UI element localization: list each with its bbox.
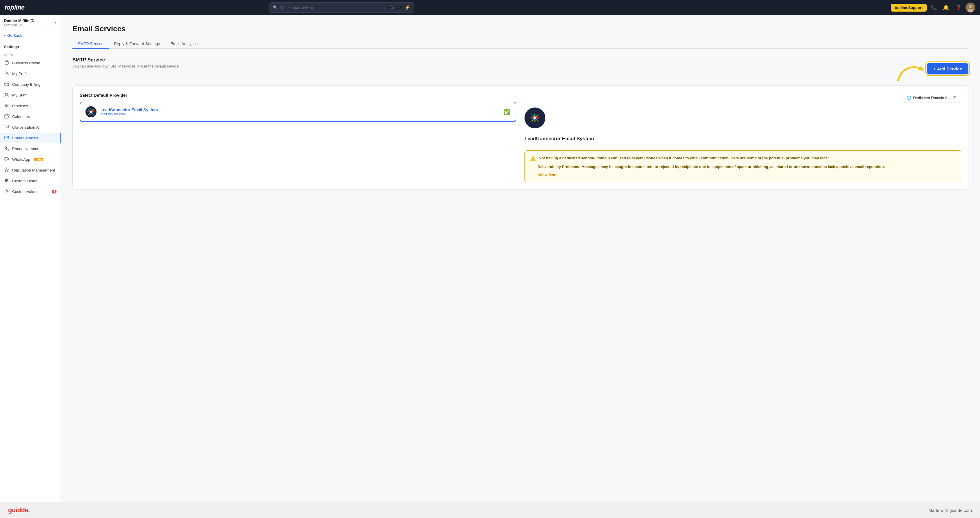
notification-badge: 6 bbox=[52, 190, 57, 194]
sidebar-item-phone-numbers[interactable]: Phone Numbers bbox=[0, 143, 60, 154]
topnav-right-controls: topline Support 📞 🔔 ❓ bbox=[891, 3, 975, 13]
email-services-icon bbox=[4, 135, 9, 141]
warning-box: ⚠️ Not having a dedicated sending domain… bbox=[525, 150, 961, 182]
sidebar-item-my-profile[interactable]: My Profile bbox=[0, 68, 60, 79]
svg-point-18 bbox=[6, 190, 8, 192]
help-icon-button[interactable]: ❓ bbox=[953, 3, 963, 13]
sidebar: Dunder Mifflin [D... Scranton, PA ▾ < Go… bbox=[0, 15, 61, 502]
provider-option-lc[interactable]: LeadConnector Email System mail.topline.… bbox=[80, 102, 516, 122]
sidebar-item-label: Custom Values bbox=[12, 189, 38, 194]
tab-email-analytics[interactable]: Email Analytics bbox=[165, 39, 203, 49]
company-billing-icon bbox=[4, 82, 9, 87]
svg-point-7 bbox=[7, 93, 8, 95]
add-service-button[interactable]: + Add Service bbox=[927, 63, 969, 75]
avatar[interactable] bbox=[966, 3, 975, 13]
search-bar[interactable]: 🔍 Ctrl + K ⚡ bbox=[269, 2, 414, 13]
workspace-name: Dunder Mifflin [D... bbox=[4, 19, 38, 23]
smtp-card: Select Default Provider bbox=[72, 86, 969, 189]
app-body: Dunder Mifflin [D... Scranton, PA ▾ < Go… bbox=[0, 15, 980, 502]
smtp-section-title: SMTP Service bbox=[72, 57, 179, 63]
my-profile-icon bbox=[4, 71, 9, 76]
sidebar-item-label: Calendars bbox=[12, 114, 30, 119]
tab-smtp-service[interactable]: SMTP Service bbox=[72, 39, 109, 49]
custom-fields-icon bbox=[4, 178, 9, 184]
smtp-two-column: Select Default Provider bbox=[80, 93, 961, 182]
sidebar-item-business-profile[interactable]: Business Profile bbox=[0, 58, 60, 68]
lc-system-title: LeadConnector Email System bbox=[525, 136, 961, 141]
svg-rect-17 bbox=[5, 181, 7, 182]
provider-check-icon: ✅ bbox=[503, 108, 511, 115]
my-staff-icon bbox=[4, 92, 9, 98]
bullet-body: Messages may be caught in spam filters o… bbox=[581, 165, 885, 169]
tabs-bar: SMTP Service Reply & Forward Settings Em… bbox=[72, 39, 969, 49]
workspace-selector[interactable]: Dunder Mifflin [D... Scranton, PA ▾ bbox=[0, 15, 60, 30]
reputation-icon bbox=[4, 167, 9, 173]
sidebar-item-label: Email Services bbox=[12, 136, 38, 140]
sidebar-item-custom-values[interactable]: Custom Values 6 bbox=[0, 186, 60, 197]
phone-numbers-icon bbox=[4, 146, 9, 151]
sidebar-item-label: Company Billing bbox=[12, 82, 41, 87]
sidebar-item-conversation-ai[interactable]: Conversation AI bbox=[0, 122, 60, 133]
svg-rect-15 bbox=[5, 179, 8, 180]
beta-badge: beta bbox=[34, 157, 43, 161]
warning-main-text: Not having a dedicated sending domain ca… bbox=[539, 155, 829, 161]
provider-email: mail.topline.com bbox=[100, 112, 158, 116]
sidebar-item-custom-fields[interactable]: Custom Fields bbox=[0, 176, 60, 186]
sidebar-item-reputation-management[interactable]: Reputation Management bbox=[0, 165, 60, 176]
svg-rect-16 bbox=[5, 180, 8, 181]
svg-rect-10 bbox=[8, 104, 8, 107]
show-more-link[interactable]: Show More bbox=[538, 173, 557, 177]
svg-rect-8 bbox=[5, 104, 5, 107]
phone-icon-button[interactable]: 📞 bbox=[929, 3, 939, 13]
svg-point-4 bbox=[6, 72, 8, 73]
svg-point-1 bbox=[969, 5, 972, 8]
page-title: Email Services bbox=[72, 24, 969, 33]
svg-rect-11 bbox=[5, 115, 9, 118]
guidde-logo: guidde. bbox=[8, 507, 30, 514]
sidebar-item-label: Custom Fields bbox=[12, 179, 37, 183]
sidebar-item-whatsapp[interactable]: WhatsApp beta bbox=[0, 154, 60, 165]
provider-name: LeadConnector Email System bbox=[100, 108, 158, 112]
sidebar-item-company-billing[interactable]: Company Billing bbox=[0, 79, 60, 90]
tab-reply-forward[interactable]: Reply & Forward Settings bbox=[109, 39, 165, 49]
lc-details-panel: 🌐 Dedicated Domain And IP bbox=[525, 93, 961, 182]
search-input[interactable] bbox=[280, 5, 386, 10]
bullet-title: Deliverability Problems: bbox=[538, 165, 581, 169]
apps-group-label: Apps bbox=[0, 51, 60, 58]
top-navigation: topline 🔍 Ctrl + K ⚡ topline Support 📞 🔔… bbox=[0, 0, 980, 15]
smtp-section-desc: You can use your own SMTP services or us… bbox=[72, 64, 179, 68]
whatsapp-icon bbox=[4, 157, 9, 162]
svg-point-6 bbox=[5, 93, 7, 95]
go-back-link[interactable]: < Go Back bbox=[0, 30, 60, 41]
bell-icon-button[interactable]: 🔔 bbox=[941, 3, 951, 13]
sidebar-item-label: Pipelines bbox=[12, 104, 28, 108]
chevron-down-icon: ▾ bbox=[55, 21, 57, 25]
sidebar-item-email-services[interactable]: Email Services bbox=[0, 133, 60, 143]
dedicated-domain-button[interactable]: 🌐 Dedicated Domain And IP bbox=[902, 93, 961, 103]
svg-rect-3 bbox=[5, 61, 8, 64]
lc-logo-large bbox=[525, 108, 545, 128]
calendars-icon bbox=[4, 114, 9, 119]
svg-rect-9 bbox=[6, 105, 7, 107]
support-button[interactable]: topline Support bbox=[891, 4, 927, 11]
sidebar-item-pipelines[interactable]: Pipelines bbox=[0, 100, 60, 111]
svg-marker-14 bbox=[5, 168, 9, 172]
app-logo: topline bbox=[5, 4, 25, 11]
lightning-icon: ⚡ bbox=[404, 5, 410, 10]
main-content-area: Email Services SMTP Service Reply & Forw… bbox=[61, 15, 980, 502]
settings-label: Settings bbox=[0, 41, 60, 51]
workspace-sub: Scranton, PA bbox=[4, 23, 38, 27]
sidebar-item-my-staff[interactable]: My Staff bbox=[0, 90, 60, 100]
select-provider-title: Select Default Provider bbox=[80, 93, 516, 98]
sidebar-item-label: Conversation AI bbox=[12, 125, 40, 129]
svg-rect-5 bbox=[5, 83, 9, 86]
provider-icon-lc bbox=[86, 106, 97, 118]
pipelines-icon bbox=[4, 103, 9, 109]
sidebar-item-calendars[interactable]: Calendars bbox=[0, 111, 60, 122]
sidebar-item-label: WhatsApp bbox=[12, 157, 30, 162]
globe-icon: 🌐 bbox=[907, 95, 911, 100]
yellow-arrow-annotation bbox=[895, 60, 927, 83]
provider-info: LeadConnector Email System mail.topline.… bbox=[100, 108, 158, 116]
guidde-footer: guidde. Made with guidde.com bbox=[0, 502, 980, 518]
svg-point-25 bbox=[90, 111, 92, 113]
